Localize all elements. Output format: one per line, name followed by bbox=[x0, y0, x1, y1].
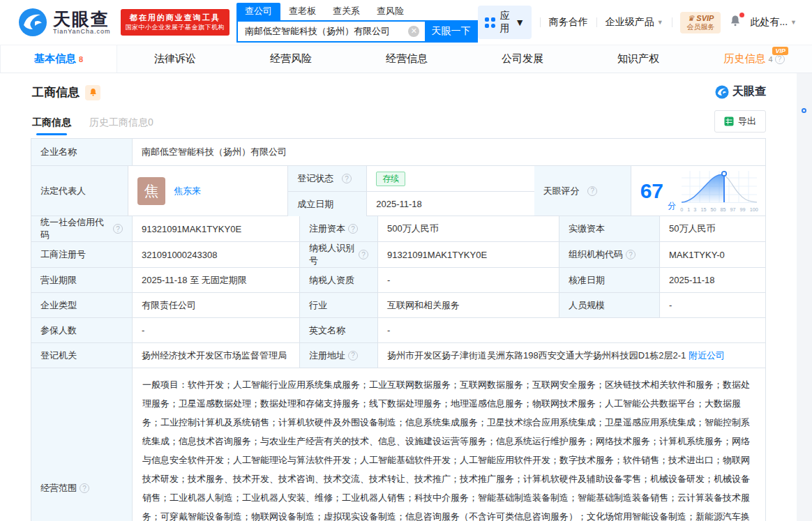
tianyancha-logo[interactable]: 天眼查 TianYanCha.com bbox=[18, 8, 111, 37]
help-icon[interactable] bbox=[113, 224, 123, 234]
nearby-companies-link[interactable]: 附近公司 bbox=[689, 349, 725, 362]
field-label: 英文名称 bbox=[299, 318, 377, 342]
brand-slogan: 都在用的商业查询工具 国家中小企业发展子基金旗下机构 bbox=[121, 9, 230, 36]
status-date-column: 登记状态 存续 成立日期 2025-11-18 bbox=[287, 166, 534, 216]
table-row: 营业期限 2025-11-18 至 无固定期限 纳税人资质 - 核准日期 202… bbox=[31, 267, 765, 292]
reg-authority-value: 扬州经济技术开发区市场监督管理局 bbox=[132, 343, 299, 368]
watermark-logo-icon bbox=[715, 85, 729, 99]
svip-member-button[interactable]: ♛ SVIP 会员服务 bbox=[680, 12, 721, 33]
business-info-panel: 工商信息 天眼查 工商信息 历史工商信息0 导出 企 bbox=[0, 73, 797, 521]
notifications-bell-icon[interactable] bbox=[729, 15, 742, 30]
tab-history-count: 4 bbox=[768, 55, 772, 63]
user-menu[interactable]: 此处有... ▼ bbox=[750, 16, 797, 29]
score-label: 天眼评分 bbox=[543, 185, 580, 197]
export-label: 导出 bbox=[738, 115, 756, 128]
search-button[interactable]: 天眼一下 bbox=[425, 22, 476, 41]
reg-address-value: 扬州市开发区扬子津街道吴洲东路198西安交通大学扬州科技园D1栋2层2-1 bbox=[387, 349, 686, 362]
panel-title: 工商信息 bbox=[32, 84, 80, 100]
company-type-value: 有限责任公司 bbox=[132, 293, 299, 317]
table-row: 企业名称 南邮低空智能科技（扬州）有限公司 bbox=[31, 139, 765, 165]
field-label: 法定代表人 bbox=[31, 166, 128, 216]
search-tab-risk[interactable]: 查风险 bbox=[368, 3, 412, 20]
table-row: 企业类型 有限责任公司 行业 互联网和相关服务 人员规模 - bbox=[31, 292, 765, 317]
svip-sublabel: 会员服务 bbox=[686, 23, 714, 31]
tab-basic-info[interactable]: 基本信息 8 bbox=[0, 45, 117, 73]
enterprise-products-menu[interactable]: 企业级产品 ▼ bbox=[606, 16, 663, 29]
tab-history-info[interactable]: VIP 历史信息 4 bbox=[696, 45, 812, 73]
tab-label: 历史信息 bbox=[723, 52, 765, 66]
help-icon[interactable] bbox=[359, 250, 368, 259]
score-unit: 分 bbox=[668, 200, 676, 212]
approval-date-value: 2025-11-18 bbox=[659, 268, 765, 292]
help-icon[interactable] bbox=[587, 186, 597, 196]
field-label: 人员规模 bbox=[559, 293, 659, 317]
company-name-value: 南邮低空智能科技（扬州）有限公司 bbox=[132, 139, 765, 165]
help-icon[interactable] bbox=[342, 174, 352, 183]
field-label: 纳税人资质 bbox=[299, 268, 377, 292]
score-cell[interactable]: 67 分 bbox=[631, 166, 765, 216]
search-tab-company[interactable]: 查公司 bbox=[236, 3, 280, 20]
tab-company-development[interactable]: 公司发展 bbox=[465, 45, 580, 73]
search-tab-relation[interactable]: 查关系 bbox=[324, 3, 368, 20]
reg-status-cell: 存续 bbox=[366, 166, 534, 191]
label-text: 统一社会信用代码 bbox=[40, 216, 110, 241]
help-icon[interactable] bbox=[80, 483, 89, 493]
tab-label: 公司发展 bbox=[502, 52, 543, 66]
export-button[interactable]: 导出 bbox=[714, 110, 766, 133]
page-gutter bbox=[797, 73, 812, 521]
tab-legal-proceedings[interactable]: 法律诉讼 bbox=[117, 45, 233, 73]
business-term-value: 2025-11-18 至 无固定期限 bbox=[132, 268, 299, 292]
top-header: 天眼查 TianYanCha.com 都在用的商业查询工具 国家中小企业发展子基… bbox=[0, 0, 812, 45]
subtab-business-info[interactable]: 工商信息 bbox=[32, 116, 71, 135]
clear-search-icon[interactable]: ✕ bbox=[408, 26, 419, 37]
field-label: 实缴资本 bbox=[559, 216, 659, 241]
tab-operating-risk[interactable]: 经营风险 bbox=[233, 45, 349, 73]
field-label: 工商注册号 bbox=[31, 242, 132, 267]
label-text: 注册资本 bbox=[309, 222, 345, 235]
panel-subtabs: 工商信息 历史工商信息0 导出 bbox=[32, 110, 766, 135]
label-text: 经营范围 bbox=[40, 482, 77, 494]
watermark-text: 天眼查 bbox=[732, 84, 766, 99]
apps-menu[interactable]: 应用 ▼ bbox=[478, 6, 532, 39]
apps-label: 应用 bbox=[499, 10, 511, 35]
org-code-value: MAK1TYKY-0 bbox=[659, 242, 765, 267]
brand-name: 天眼查 bbox=[53, 10, 111, 28]
notification-red-dot bbox=[739, 13, 744, 17]
field-label: 行业 bbox=[299, 293, 377, 317]
business-scope-value: 一般项目：软件开发；人工智能行业应用系统集成服务；工业互联网数据服务；互联网数据… bbox=[132, 368, 765, 521]
help-icon[interactable] bbox=[348, 224, 358, 234]
search-tab-boss[interactable]: 查老板 bbox=[280, 3, 324, 20]
subtab-history-business-info[interactable]: 历史工商信息0 bbox=[89, 116, 153, 135]
tab-label: 经营信息 bbox=[386, 52, 428, 66]
tab-basic-info-count: 8 bbox=[79, 55, 83, 63]
score-chart-ticks: 0131550859799100 bbox=[680, 206, 758, 213]
help-icon[interactable] bbox=[775, 54, 785, 64]
legal-rep-avatar[interactable]: 焦 bbox=[137, 177, 165, 205]
scroll-anchor-dot[interactable] bbox=[802, 108, 806, 113]
subscribe-bell-icon[interactable] bbox=[85, 85, 100, 100]
reg-capital-value: 500万人民币 bbox=[377, 216, 559, 241]
search-module: 查公司 查老板 查关系 查风险 ✕ 天眼一下 bbox=[236, 3, 478, 43]
business-coop-link[interactable]: 商务合作 bbox=[549, 16, 588, 29]
chevron-down-icon: ▼ bbox=[515, 17, 525, 28]
slogan-line1: 都在用的商业查询工具 bbox=[126, 13, 225, 23]
apps-grid-icon bbox=[485, 17, 495, 28]
field-label: 注册地址 bbox=[299, 343, 377, 368]
status-badge: 存续 bbox=[376, 172, 405, 186]
svip-label: ♛ SVIP bbox=[686, 14, 714, 23]
help-icon[interactable] bbox=[626, 250, 636, 259]
search-input[interactable] bbox=[238, 26, 408, 36]
tab-intellectual-property[interactable]: 知识产权 bbox=[580, 45, 696, 73]
legal-rep-link[interactable]: 焦东来 bbox=[174, 185, 201, 197]
table-row: 登记机关 扬州经济技术开发区市场监督管理局 注册地址 扬州市开发区扬子津街道吴洲… bbox=[31, 342, 765, 368]
divider bbox=[672, 17, 672, 27]
company-info-table: 企业名称 南邮低空智能科技（扬州）有限公司 法定代表人 焦 焦东来 登记状态 存… bbox=[31, 138, 766, 521]
help-icon[interactable] bbox=[348, 351, 358, 361]
vip-badge: VIP bbox=[772, 47, 788, 55]
field-label: 参保人数 bbox=[31, 318, 132, 342]
tab-operating-info[interactable]: 经营信息 bbox=[349, 45, 465, 73]
tab-label: 法律诉讼 bbox=[154, 52, 196, 66]
credit-code-value: 91321091MAK1TYKY0E bbox=[132, 216, 299, 241]
field-label: 天眼评分 bbox=[534, 166, 631, 216]
reg-address-cell: 扬州市开发区扬子津街道吴洲东路198西安交通大学扬州科技园D1栋2层2-1 附近… bbox=[377, 343, 765, 368]
